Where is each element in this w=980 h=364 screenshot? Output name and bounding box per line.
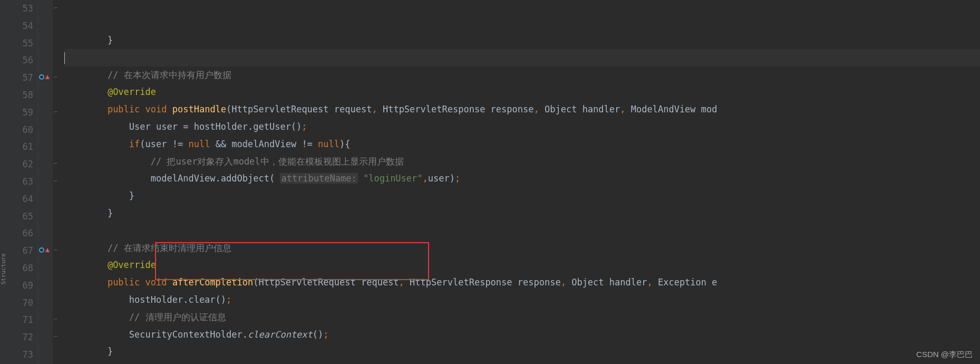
- code-token: (HttpServletRequest request: [226, 104, 372, 114]
- code-line[interactable]: if(user != null && modelAndView != null)…: [64, 136, 980, 153]
- fold-column[interactable]: ⌐⌐⌐⌐⌐⌐⌐⌐: [53, 0, 62, 364]
- structure-tool-tab[interactable]: Structure: [0, 253, 8, 285]
- code-token: hostHolder.clear(): [129, 294, 226, 305]
- code-token: }: [129, 190, 134, 201]
- code-token: HttpServletResponse response: [383, 104, 534, 114]
- line-number: 71: [0, 311, 33, 329]
- override-gutter-icon[interactable]: [39, 247, 50, 253]
- code-token: [358, 173, 363, 184]
- line-number: 66: [0, 225, 33, 242]
- code-token: ;: [323, 329, 328, 340]
- line-number: 60: [0, 121, 33, 139]
- code-token: modelAndView.addObject(: [151, 173, 280, 184]
- code-token: ){: [339, 139, 350, 149]
- code-token: if: [129, 139, 140, 149]
- code-token: ;: [226, 294, 231, 305]
- override-circle-icon: [39, 74, 44, 80]
- code-token: // 把user对象存入model中，使能在模板视图上显示用户数据: [151, 156, 404, 167]
- fold-toggle-icon[interactable]: ⌐: [54, 315, 57, 323]
- code-token: // 在本次请求中持有用户数据: [108, 70, 231, 80]
- override-gutter-icon[interactable]: [39, 74, 50, 80]
- code-token: (): [313, 329, 323, 340]
- gutter-icon-column: [38, 0, 53, 364]
- fold-toggle-icon[interactable]: ⌐: [54, 73, 57, 81]
- code-token: }: [108, 35, 113, 45]
- line-number: 72: [0, 329, 33, 346]
- code-token: }: [108, 346, 113, 357]
- line-number: 73: [0, 346, 33, 363]
- code-token: void: [145, 104, 172, 114]
- code-token: SecurityContextHolder.: [129, 329, 248, 340]
- code-token: Object handler: [545, 104, 620, 114]
- code-line[interactable]: // 在请求结束时清理用户信息: [64, 240, 980, 257]
- code-token: (HttpServletRequest request: [253, 277, 399, 288]
- code-token: null: [188, 139, 215, 149]
- override-circle-icon: [39, 247, 44, 253]
- code-line[interactable]: hostHolder.clear();: [64, 291, 980, 309]
- code-token: "loginUser": [363, 173, 423, 184]
- code-token: null: [318, 139, 339, 149]
- code-line[interactable]: // 清理用户的认证信息: [64, 309, 980, 326]
- code-line[interactable]: @Override: [64, 83, 980, 101]
- line-number-gutter[interactable]: 5354555657585960616263646566676869707172…: [0, 0, 38, 364]
- code-line[interactable]: }: [64, 32, 980, 49]
- code-token: attributeName:: [280, 173, 357, 184]
- override-arrow-icon: [45, 75, 50, 79]
- line-number: 70: [0, 294, 33, 312]
- line-number: 61: [0, 138, 33, 156]
- code-token: HttpServletResponse response: [410, 277, 561, 288]
- code-token: @Override: [108, 260, 156, 270]
- code-token: void: [145, 277, 172, 288]
- code-token: User user = hostHolder.getUser(): [129, 121, 302, 132]
- code-token: postHandle: [172, 104, 226, 114]
- code-token: // 清理用户的认证信息: [129, 312, 226, 322]
- code-line[interactable]: public void postHandle(HttpServletReques…: [64, 101, 980, 118]
- code-token: ,: [399, 277, 410, 288]
- text-caret: [64, 52, 65, 64]
- code-line[interactable]: }: [64, 343, 980, 360]
- code-line[interactable]: @Override: [64, 256, 980, 274]
- code-editor[interactable]: Structure 535455565758596061626364656667…: [0, 0, 980, 364]
- code-token: Object handler: [571, 277, 647, 288]
- line-number: 53: [0, 0, 33, 17]
- code-token: ,: [534, 104, 545, 114]
- line-number: 56: [0, 52, 33, 69]
- fold-toggle-icon[interactable]: ⌐: [54, 246, 57, 254]
- line-number: 65: [0, 208, 33, 225]
- code-line[interactable]: User user = hostHolder.getUser();: [64, 118, 980, 136]
- code-line[interactable]: // 在本次请求中持有用户数据: [64, 66, 980, 84]
- override-arrow-icon: [45, 248, 50, 252]
- code-token: ModelAndView mod: [631, 104, 717, 114]
- code-token: clearContext: [248, 329, 313, 340]
- code-token: && modelAndView !=: [216, 139, 318, 149]
- fold-toggle-icon[interactable]: ⌐: [54, 160, 57, 167]
- code-area[interactable]: } // 在本次请求中持有用户数据 @Override public void …: [62, 0, 980, 364]
- fold-toggle-icon[interactable]: ⌐: [54, 177, 57, 185]
- code-line[interactable]: }: [64, 187, 980, 205]
- code-token: public: [108, 277, 145, 288]
- code-line[interactable]: // 把user对象存入model中，使能在模板视图上显示用户数据: [64, 153, 980, 170]
- line-number: 55: [0, 35, 33, 52]
- code-line[interactable]: [64, 49, 980, 66]
- code-token: ;: [455, 173, 460, 184]
- line-number: 64: [0, 190, 33, 208]
- code-token: ,: [620, 104, 630, 114]
- code-token: user): [428, 173, 455, 184]
- line-number: 58: [0, 87, 33, 104]
- code-line[interactable]: }: [64, 360, 980, 364]
- code-line[interactable]: SecurityContextHolder.clearContext();: [64, 326, 980, 343]
- code-line[interactable]: modelAndView.addObject( attributeName: "…: [64, 170, 980, 187]
- code-token: ,: [647, 277, 657, 288]
- code-token: ,: [372, 104, 382, 114]
- code-line[interactable]: public void afterCompletion(HttpServletR…: [64, 274, 980, 291]
- fold-toggle-icon[interactable]: ⌐: [54, 333, 57, 340]
- code-token: @Override: [108, 87, 156, 97]
- code-line[interactable]: }: [64, 205, 980, 222]
- fold-toggle-icon[interactable]: ⌐: [54, 108, 57, 116]
- code-token: afterCompletion: [172, 277, 254, 288]
- code-token: ;: [302, 121, 307, 132]
- code-token: // 在请求结束时清理用户信息: [108, 243, 231, 253]
- code-line[interactable]: [64, 222, 980, 240]
- fold-toggle-icon[interactable]: ⌐: [54, 4, 57, 12]
- code-token: Exception e: [658, 277, 717, 288]
